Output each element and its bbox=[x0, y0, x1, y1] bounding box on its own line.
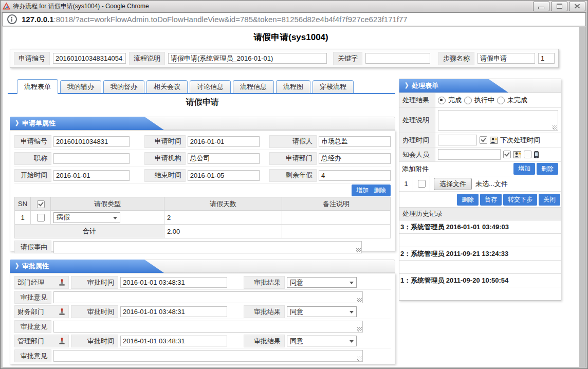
action-forward-button[interactable]: 转交下步 bbox=[503, 194, 537, 206]
row-checkbox[interactable] bbox=[37, 214, 45, 222]
keyword-input[interactable] bbox=[365, 53, 430, 64]
mobile-icon[interactable] bbox=[534, 151, 539, 158]
tab-flow-info[interactable]: 流程信息 bbox=[233, 80, 274, 93]
form-row: 申请编号 申请时间 请假人 bbox=[14, 133, 391, 150]
form-row: 职称 申请机构 申请部门 bbox=[14, 150, 391, 167]
step-count-input[interactable] bbox=[538, 53, 555, 64]
approval-time-label: 审批时间 bbox=[71, 335, 118, 347]
leave-table-toolbar: 增加 删除 bbox=[14, 184, 391, 197]
form-job-title-input[interactable] bbox=[53, 153, 130, 164]
action-delete-button[interactable]: 删除 bbox=[457, 194, 479, 206]
form-remain-leave-input[interactable] bbox=[319, 170, 391, 181]
approval-time-input[interactable] bbox=[120, 336, 227, 346]
handle-time-input[interactable] bbox=[438, 135, 477, 145]
opinion-label: 审批意见 bbox=[14, 349, 51, 362]
select-all-checkbox[interactable] bbox=[37, 200, 45, 208]
attach-file-row: 1 选择文件 未选...文件 bbox=[399, 176, 561, 192]
attach-add-button[interactable]: 增加 bbox=[513, 163, 535, 175]
leave-type-select[interactable]: 病假 bbox=[53, 212, 120, 223]
stamp-icon[interactable] bbox=[58, 279, 66, 286]
tab-shuttle-flow[interactable]: 穿梭流程 bbox=[313, 80, 354, 93]
leave-add-button[interactable]: 增加 bbox=[356, 186, 369, 195]
step-name-input[interactable] bbox=[477, 53, 535, 64]
next-time-checkbox[interactable] bbox=[480, 136, 487, 144]
section-handle-label: 》处理表单 bbox=[399, 79, 508, 93]
url-path: :8018/?act=workFlowAdmin.toDoFlowHandleV… bbox=[54, 15, 408, 24]
flow-desc-label: 流程说明 bbox=[129, 52, 165, 65]
opinion-textarea[interactable] bbox=[53, 350, 363, 362]
radio-incomplete[interactable] bbox=[497, 97, 505, 104]
history-item: 2：系统管理员 2011-09-21 13:24:33 bbox=[399, 247, 561, 261]
user-picker-icon[interactable] bbox=[490, 137, 498, 144]
notify-checkbox[interactable] bbox=[503, 151, 511, 158]
approval-result-label: 审批结果 bbox=[244, 305, 285, 318]
form-applicant-input[interactable] bbox=[319, 136, 391, 147]
handle-result-row: 处理结果 完成 执行中 未完成 bbox=[399, 93, 561, 108]
mobile-checkbox[interactable] bbox=[524, 151, 531, 158]
approval-result-select[interactable]: 同意 bbox=[287, 277, 357, 288]
flow-desc-input[interactable] bbox=[168, 53, 327, 64]
form-start-time-input[interactable] bbox=[53, 170, 130, 181]
url-bar[interactable]: 127.0.0.1:8018/?act=workFlowAdmin.toDoFl… bbox=[2, 12, 586, 26]
radio-complete[interactable] bbox=[438, 97, 446, 104]
note-header: 备注说明 bbox=[282, 197, 391, 211]
handle-result-radios: 完成 执行中 未完成 bbox=[435, 93, 561, 107]
form-apply-time-input[interactable] bbox=[188, 136, 260, 147]
approval-result-select[interactable]: 同意 bbox=[287, 336, 357, 346]
opinion-textarea[interactable] bbox=[53, 291, 363, 303]
leave-delete-button[interactable]: 删除 bbox=[374, 186, 386, 195]
form-apply-time-label: 申请时间 bbox=[144, 135, 186, 148]
page-content: 请假申请(sys1004) 申请编号 流程说明 关键字 步骤名称 流程表单 我的… bbox=[3, 27, 579, 367]
form-apply-no-input[interactable] bbox=[53, 136, 130, 147]
approval-time-label: 审批时间 bbox=[71, 276, 118, 289]
action-close-button[interactable]: 关闭 bbox=[539, 194, 560, 206]
close-button[interactable] bbox=[569, 2, 585, 11]
note-cell bbox=[282, 211, 391, 225]
action-save-button[interactable]: 暂存 bbox=[480, 194, 502, 206]
minimize-button[interactable] bbox=[533, 2, 549, 11]
form-dept-input[interactable] bbox=[319, 153, 391, 164]
page-scrollbar[interactable] bbox=[578, 27, 585, 367]
no-file-text: 未选...文件 bbox=[475, 179, 508, 189]
tab-flow-chart[interactable]: 流程图 bbox=[276, 80, 310, 93]
handle-time-row: 办理时间 下次处理时间 bbox=[399, 133, 561, 147]
tab-discussion-info[interactable]: 讨论信息 bbox=[190, 80, 231, 93]
maximize-button[interactable] bbox=[551, 2, 567, 11]
approval-result-select[interactable]: 同意 bbox=[287, 306, 357, 317]
reason-textarea[interactable] bbox=[53, 241, 362, 253]
tab-related-meetings[interactable]: 相关会议 bbox=[146, 80, 188, 93]
keyword-label: 关键字 bbox=[333, 52, 362, 65]
history-item: 3：系统管理员 2016-01-01 03:49:03 bbox=[399, 220, 561, 234]
attach-label: 添加附件 bbox=[402, 164, 429, 174]
notify-input[interactable] bbox=[438, 149, 501, 160]
user-picker-icon[interactable] bbox=[513, 151, 521, 158]
apply-no-input[interactable] bbox=[53, 53, 126, 64]
attach-delete-button[interactable]: 删除 bbox=[537, 163, 558, 175]
history-title: 处理历史记录 bbox=[399, 207, 561, 220]
form-org-input[interactable] bbox=[188, 153, 260, 164]
stamp-icon[interactable] bbox=[58, 308, 66, 316]
history-spacer bbox=[399, 234, 561, 247]
apply-no-label: 申请编号 bbox=[14, 52, 50, 65]
form-end-time-input[interactable] bbox=[188, 170, 260, 181]
section-header-approve: 》审批属性 bbox=[10, 260, 395, 273]
opinion-row: 审批意见 bbox=[14, 290, 391, 305]
history-spacer bbox=[399, 261, 561, 274]
tab-flow-form[interactable]: 流程表单 bbox=[17, 79, 58, 94]
attach-checkbox[interactable] bbox=[418, 180, 426, 188]
approval-time-input[interactable] bbox=[120, 277, 227, 288]
choose-file-button[interactable]: 选择文件 bbox=[434, 178, 472, 190]
apply-form-box: 申请编号 申请时间 请假人 职称 申请机构 申请部门 开始时间 结束时间 bbox=[10, 130, 395, 251]
browser-window: 待办流程 for 请假申请(sys1004) - Google Chrome 1… bbox=[0, 0, 588, 369]
approval-time-input[interactable] bbox=[120, 306, 227, 317]
handle-desc-textarea[interactable] bbox=[438, 110, 558, 131]
handle-desc-label: 处理说明 bbox=[399, 108, 435, 133]
step-name-label: 步骤名称 bbox=[438, 52, 474, 65]
opinion-textarea[interactable] bbox=[53, 321, 363, 333]
stamp-icon[interactable] bbox=[58, 337, 66, 345]
tab-my-assist[interactable]: 我的辅办 bbox=[60, 80, 101, 93]
info-icon[interactable] bbox=[7, 14, 17, 24]
page-url[interactable]: 127.0.0.1:8018/?act=workFlowAdmin.toDoFl… bbox=[22, 15, 408, 24]
tab-my-supervise[interactable]: 我的督办 bbox=[103, 80, 144, 93]
radio-executing[interactable] bbox=[464, 97, 472, 104]
